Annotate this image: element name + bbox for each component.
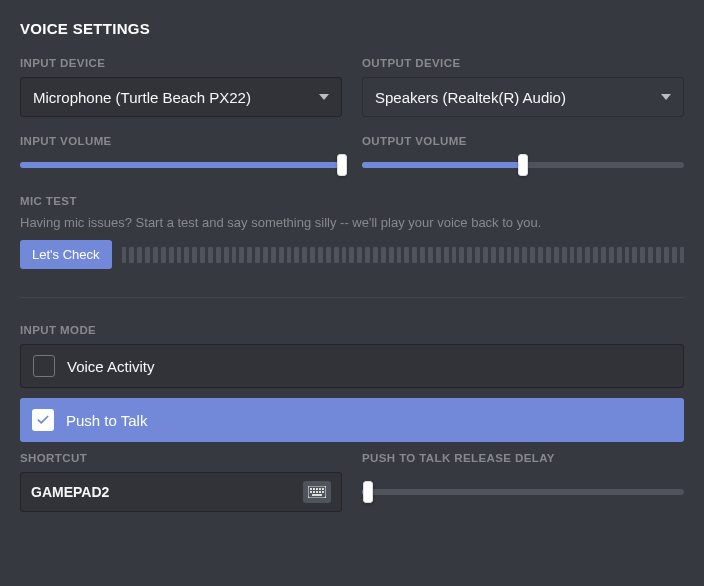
- input-mode-push-to-talk[interactable]: Push to Talk: [20, 398, 684, 442]
- svg-rect-9: [319, 491, 321, 493]
- input-mode-label: INPUT MODE: [20, 324, 684, 336]
- svg-rect-3: [316, 488, 318, 490]
- ptt-delay-label: PUSH TO TALK RELEASE DELAY: [362, 452, 684, 464]
- svg-rect-2: [313, 488, 315, 490]
- input-volume-slider[interactable]: [20, 155, 342, 175]
- input-device-value: Microphone (Turtle Beach PX22): [33, 89, 251, 106]
- mic-test-label: MIC TEST: [20, 195, 684, 207]
- input-mode-voice-activity[interactable]: Voice Activity: [20, 344, 684, 388]
- input-device-select[interactable]: Microphone (Turtle Beach PX22): [20, 77, 342, 117]
- input-mode-option-label: Push to Talk: [66, 412, 147, 429]
- svg-rect-4: [319, 488, 321, 490]
- svg-rect-11: [312, 494, 322, 496]
- mic-test-button[interactable]: Let's Check: [20, 240, 112, 269]
- output-device-value: Speakers (Realtek(R) Audio): [375, 89, 566, 106]
- svg-rect-7: [313, 491, 315, 493]
- checkbox-checked-icon: [32, 409, 54, 431]
- svg-rect-5: [322, 488, 324, 490]
- checkbox-unchecked-icon: [33, 355, 55, 377]
- svg-rect-10: [322, 491, 324, 493]
- caret-down-icon: [661, 94, 671, 100]
- svg-rect-6: [310, 491, 312, 493]
- mic-level-meter: [122, 247, 684, 263]
- page-title: VOICE SETTINGS: [20, 20, 684, 37]
- divider: [20, 297, 684, 298]
- ptt-delay-slider[interactable]: [362, 482, 684, 502]
- output-device-label: OUTPUT DEVICE: [362, 57, 684, 69]
- shortcut-value: GAMEPAD2: [31, 484, 109, 500]
- svg-rect-1: [310, 488, 312, 490]
- shortcut-input[interactable]: GAMEPAD2: [20, 472, 342, 512]
- shortcut-label: SHORTCUT: [20, 452, 342, 464]
- input-mode-option-label: Voice Activity: [67, 358, 155, 375]
- input-volume-label: INPUT VOLUME: [20, 135, 342, 147]
- mic-test-help: Having mic issues? Start a test and say …: [20, 215, 684, 230]
- output-volume-slider[interactable]: [362, 155, 684, 175]
- keyboard-icon: [303, 481, 331, 503]
- svg-rect-8: [316, 491, 318, 493]
- output-device-select[interactable]: Speakers (Realtek(R) Audio): [362, 77, 684, 117]
- caret-down-icon: [319, 94, 329, 100]
- output-volume-label: OUTPUT VOLUME: [362, 135, 684, 147]
- input-device-label: INPUT DEVICE: [20, 57, 342, 69]
